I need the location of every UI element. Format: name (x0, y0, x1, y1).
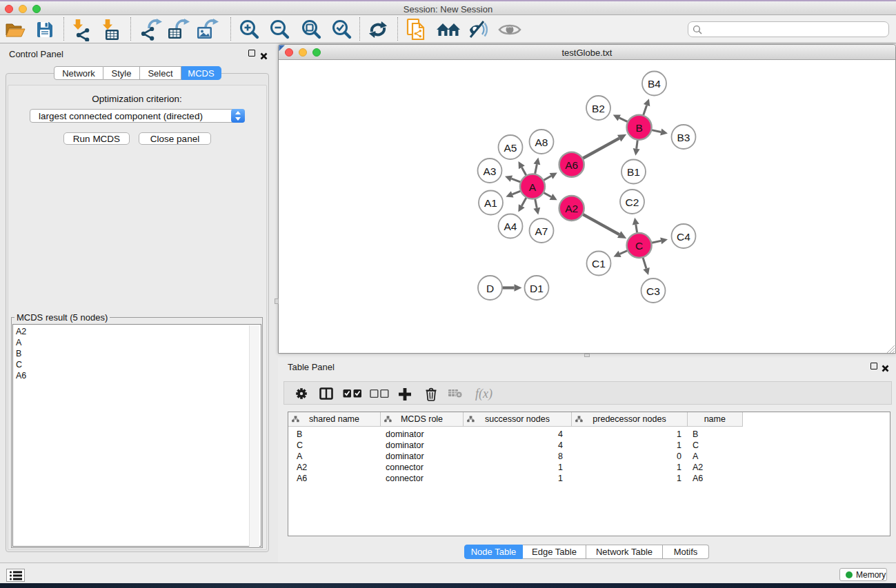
svg-text:C3: C3 (646, 285, 660, 297)
svg-text:A2: A2 (565, 203, 578, 214)
svg-text:A: A (529, 181, 537, 193)
svg-text:D: D (486, 283, 494, 294)
svg-text:A6: A6 (565, 159, 578, 171)
svg-text:A7: A7 (535, 225, 548, 237)
svg-text:A3: A3 (484, 165, 497, 177)
svg-text:C1: C1 (592, 258, 606, 270)
svg-text:A4: A4 (504, 221, 517, 232)
svg-text:C2: C2 (626, 196, 639, 208)
svg-text:D1: D1 (530, 283, 544, 294)
svg-text:A1: A1 (484, 197, 497, 209)
svg-text:B2: B2 (592, 103, 605, 114)
svg-text:A8: A8 (535, 136, 548, 148)
svg-text:B3: B3 (677, 132, 690, 143)
svg-text:A5: A5 (504, 142, 517, 154)
svg-text:B: B (635, 122, 642, 134)
svg-text:C4: C4 (677, 231, 690, 243)
svg-text:C: C (635, 240, 643, 252)
svg-text:B1: B1 (627, 166, 640, 178)
svg-text:B4: B4 (648, 78, 661, 90)
